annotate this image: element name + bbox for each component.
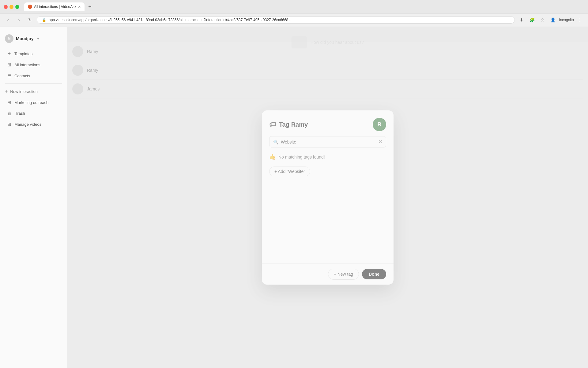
profile-icon[interactable]: 👤: [548, 16, 557, 24]
modal-footer: + New tag Done: [262, 263, 394, 285]
all-interactions-label: All interactions: [14, 63, 40, 67]
org-chevron: ▼: [37, 37, 40, 40]
sidebar-item-contacts[interactable]: ☰ Contacts: [2, 71, 65, 81]
marketing-label: Marketing outreach: [14, 100, 48, 105]
plus-icon: +: [5, 89, 8, 94]
tags-list-area: [269, 176, 386, 256]
manage-videos-icon: ⊞: [7, 121, 11, 127]
active-tab[interactable]: All interactions | VideoAsk ×: [24, 2, 85, 11]
sidebar-item-all-interactions[interactable]: ⊞ All interactions: [2, 59, 65, 70]
menu-icon[interactable]: ⋮: [576, 16, 584, 24]
new-interaction-label: New interaction: [10, 89, 38, 94]
tab-close-button[interactable]: ×: [78, 4, 81, 9]
toolbar-icons: ⬇ 🧩 ☆ 👤 Incognito ⋮: [517, 16, 584, 24]
no-results-emoji: 🤙: [269, 154, 276, 160]
sidebar-item-templates[interactable]: ✦ Templates: [2, 48, 65, 59]
new-interaction-button[interactable]: + New interaction: [0, 86, 67, 97]
modal-overlay: 🏷 Tag Ramy R 🔍 ✕ 🤙 No matching tags foun…: [67, 27, 588, 368]
search-icon: 🔍: [273, 140, 278, 144]
contacts-label: Contacts: [14, 74, 30, 78]
trash-label: Trash: [15, 111, 25, 116]
new-tag-button[interactable]: + New tag: [328, 269, 359, 280]
incognito-label: Incognito: [559, 18, 574, 22]
trash-icon: 🗑: [7, 111, 12, 116]
modal-header: 🏷 Tag Ramy R: [262, 110, 394, 136]
search-box[interactable]: 🔍 ✕: [269, 136, 386, 148]
tag-search-input[interactable]: [281, 140, 376, 144]
org-switcher[interactable]: M Moudjoy ▼: [0, 32, 67, 48]
browser-toolbar: ‹ › ↻ 🔒 app.videoask.com/app/organizatio…: [0, 13, 588, 26]
templates-label: Templates: [14, 52, 32, 56]
templates-icon: ✦: [7, 51, 11, 56]
bookmark-icon[interactable]: ☆: [538, 16, 547, 24]
sidebar-item-manage-videos[interactable]: ⊞ Manage videos: [2, 119, 65, 129]
tab-title: All interactions | VideoAsk: [34, 5, 76, 9]
app-background: M Moudjoy ▼ ✦ Templates ⊞ All interactio…: [0, 27, 588, 368]
all-interactions-icon: ⊞: [7, 62, 11, 67]
main-content-area: Ramy Ramy James How did you hear about u…: [67, 27, 588, 368]
contacts-icon: ☰: [7, 73, 11, 79]
address-bar[interactable]: 🔒 app.videoask.com/app/organizations/8b9…: [37, 16, 515, 24]
sidebar-item-trash[interactable]: 🗑 Trash: [2, 108, 65, 118]
download-icon[interactable]: ⬇: [517, 16, 526, 24]
modal-title-area: 🏷 Tag Ramy: [269, 121, 308, 128]
new-tab-button[interactable]: +: [86, 2, 94, 11]
browser-chrome: All interactions | VideoAsk × + ‹ › ↻ 🔒 …: [0, 0, 588, 26]
manage-videos-label: Manage videos: [14, 122, 41, 127]
modal-title: Tag Ramy: [279, 121, 308, 128]
contact-avatar-badge: R: [373, 118, 386, 131]
lock-icon: 🔒: [42, 18, 46, 22]
sidebar-divider: [5, 83, 62, 84]
sidebar-item-marketing[interactable]: ⊞ Marketing outreach: [2, 97, 65, 108]
extensions-icon[interactable]: 🧩: [528, 16, 536, 24]
tag-icon: 🏷: [269, 121, 276, 128]
no-results-message: 🤙 No matching tags found!: [269, 152, 386, 162]
browser-tabs: All interactions | VideoAsk × +: [24, 2, 584, 11]
browser-titlebar: All interactions | VideoAsk × +: [0, 0, 588, 13]
sidebar: M Moudjoy ▼ ✦ Templates ⊞ All interactio…: [0, 27, 67, 368]
forward-button[interactable]: ›: [15, 16, 23, 24]
traffic-lights: [4, 5, 19, 9]
tab-favicon: [28, 5, 32, 9]
tag-modal: 🏷 Tag Ramy R 🔍 ✕ 🤙 No matching tags foun…: [262, 110, 394, 285]
close-window-button[interactable]: [4, 5, 8, 9]
done-button[interactable]: Done: [362, 269, 386, 279]
org-name: Moudjoy: [16, 36, 34, 41]
minimize-window-button[interactable]: [9, 5, 13, 9]
maximize-window-button[interactable]: [15, 5, 19, 9]
org-avatar: M: [5, 34, 13, 43]
marketing-icon: ⊞: [7, 100, 11, 105]
add-tag-button[interactable]: + Add "Website": [269, 167, 310, 176]
no-results-text: No matching tags found!: [278, 155, 325, 159]
url-text: app.videoask.com/app/organizations/8b955…: [49, 18, 510, 22]
refresh-button[interactable]: ↻: [26, 16, 34, 24]
back-button[interactable]: ‹: [4, 16, 12, 24]
search-clear-button[interactable]: ✕: [378, 139, 382, 145]
modal-body: 🔍 ✕ 🤙 No matching tags found! + Add "Web…: [262, 136, 394, 263]
